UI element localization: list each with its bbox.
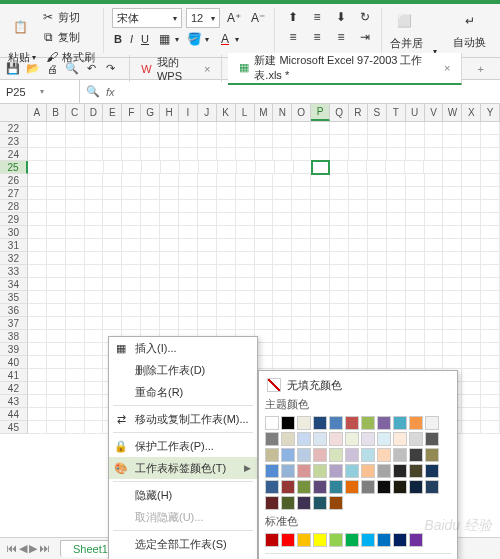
row-header-30[interactable]: 30 bbox=[0, 226, 28, 239]
col-header-R[interactable]: R bbox=[349, 104, 368, 121]
cell[interactable] bbox=[481, 213, 500, 226]
color-swatch[interactable] bbox=[393, 480, 407, 494]
ctx-protect[interactable]: 🔒保护工作表(P)... bbox=[109, 435, 257, 457]
cell[interactable] bbox=[85, 278, 104, 291]
cell[interactable] bbox=[47, 265, 66, 278]
cell[interactable] bbox=[481, 408, 500, 421]
color-swatch[interactable] bbox=[329, 496, 343, 510]
row-header-23[interactable]: 23 bbox=[0, 135, 28, 148]
cell[interactable] bbox=[481, 187, 500, 200]
prev-sheet-button[interactable]: ◀ bbox=[19, 542, 27, 555]
cell[interactable] bbox=[368, 252, 387, 265]
cell[interactable] bbox=[368, 226, 387, 239]
cell[interactable] bbox=[47, 395, 66, 408]
cell[interactable] bbox=[28, 330, 47, 343]
cell[interactable] bbox=[255, 148, 274, 161]
add-tab-button[interactable]: + bbox=[468, 63, 494, 75]
cell[interactable] bbox=[217, 317, 236, 330]
cell[interactable] bbox=[179, 265, 198, 278]
cell[interactable] bbox=[103, 226, 122, 239]
cell[interactable] bbox=[292, 343, 311, 356]
cell[interactable] bbox=[255, 252, 274, 265]
cell[interactable] bbox=[28, 395, 47, 408]
cell[interactable] bbox=[142, 161, 161, 174]
col-header-J[interactable]: J bbox=[198, 104, 217, 121]
cell[interactable] bbox=[462, 200, 481, 213]
cell[interactable] bbox=[406, 252, 425, 265]
cell[interactable] bbox=[387, 356, 406, 369]
cell[interactable] bbox=[179, 174, 198, 187]
cell[interactable] bbox=[103, 148, 122, 161]
cell[interactable] bbox=[255, 226, 274, 239]
col-header-F[interactable]: F bbox=[122, 104, 141, 121]
cell[interactable] bbox=[330, 356, 349, 369]
col-header-Y[interactable]: Y bbox=[481, 104, 500, 121]
cell[interactable] bbox=[443, 278, 462, 291]
cell[interactable] bbox=[47, 382, 66, 395]
col-header-S[interactable]: S bbox=[368, 104, 387, 121]
cell[interactable] bbox=[217, 148, 236, 161]
cell[interactable] bbox=[443, 265, 462, 278]
cell[interactable] bbox=[47, 174, 66, 187]
cell[interactable] bbox=[311, 187, 330, 200]
cell[interactable] bbox=[462, 291, 481, 304]
font-color-button[interactable]: A▾ bbox=[215, 30, 241, 48]
row-header-28[interactable]: 28 bbox=[0, 200, 28, 213]
bold-button[interactable]: B bbox=[112, 32, 124, 46]
cell[interactable] bbox=[387, 174, 406, 187]
cell[interactable] bbox=[47, 343, 66, 356]
color-swatch[interactable] bbox=[297, 416, 311, 430]
cell[interactable] bbox=[330, 252, 349, 265]
last-sheet-button[interactable]: ⏭ bbox=[39, 542, 50, 555]
cell[interactable] bbox=[198, 291, 217, 304]
cell[interactable] bbox=[273, 213, 292, 226]
cell[interactable] bbox=[481, 330, 500, 343]
row-header-29[interactable]: 29 bbox=[0, 213, 28, 226]
color-swatch[interactable] bbox=[265, 448, 279, 462]
cell[interactable] bbox=[28, 369, 47, 382]
cell[interactable] bbox=[424, 161, 443, 174]
cell[interactable] bbox=[462, 252, 481, 265]
cell[interactable] bbox=[160, 174, 179, 187]
cell[interactable] bbox=[198, 317, 217, 330]
cell[interactable] bbox=[47, 187, 66, 200]
cell[interactable] bbox=[443, 122, 462, 135]
cell[interactable] bbox=[66, 317, 85, 330]
cell[interactable] bbox=[425, 291, 444, 304]
cell[interactable] bbox=[462, 122, 481, 135]
cell[interactable] bbox=[198, 239, 217, 252]
next-sheet-button[interactable]: ▶ bbox=[29, 542, 37, 555]
cell[interactable] bbox=[160, 239, 179, 252]
cell[interactable] bbox=[255, 239, 274, 252]
cell[interactable] bbox=[103, 239, 122, 252]
color-swatch[interactable] bbox=[297, 432, 311, 446]
col-header-D[interactable]: D bbox=[85, 104, 104, 121]
cell[interactable] bbox=[28, 135, 47, 148]
row-header-33[interactable]: 33 bbox=[0, 265, 28, 278]
cell[interactable] bbox=[405, 161, 424, 174]
cell[interactable] bbox=[387, 148, 406, 161]
cell[interactable] bbox=[462, 395, 481, 408]
cell[interactable] bbox=[443, 187, 462, 200]
cell[interactable] bbox=[406, 317, 425, 330]
align-top-button[interactable]: ⬆ bbox=[283, 8, 303, 26]
cell[interactable] bbox=[481, 421, 500, 434]
color-swatch[interactable] bbox=[377, 533, 391, 547]
cell[interactable] bbox=[311, 291, 330, 304]
cell[interactable] bbox=[273, 239, 292, 252]
cell[interactable] bbox=[141, 265, 160, 278]
cell[interactable] bbox=[443, 317, 462, 330]
cell[interactable] bbox=[481, 291, 500, 304]
cell[interactable] bbox=[387, 265, 406, 278]
cell[interactable] bbox=[387, 187, 406, 200]
cell[interactable] bbox=[443, 226, 462, 239]
cell[interactable] bbox=[481, 395, 500, 408]
color-swatch[interactable] bbox=[313, 432, 327, 446]
increase-font-button[interactable]: A⁺ bbox=[224, 9, 244, 27]
cell[interactable] bbox=[85, 252, 104, 265]
col-header-W[interactable]: W bbox=[443, 104, 462, 121]
cell[interactable] bbox=[217, 304, 236, 317]
cell[interactable] bbox=[198, 265, 217, 278]
color-swatch[interactable] bbox=[393, 464, 407, 478]
cell[interactable] bbox=[255, 304, 274, 317]
